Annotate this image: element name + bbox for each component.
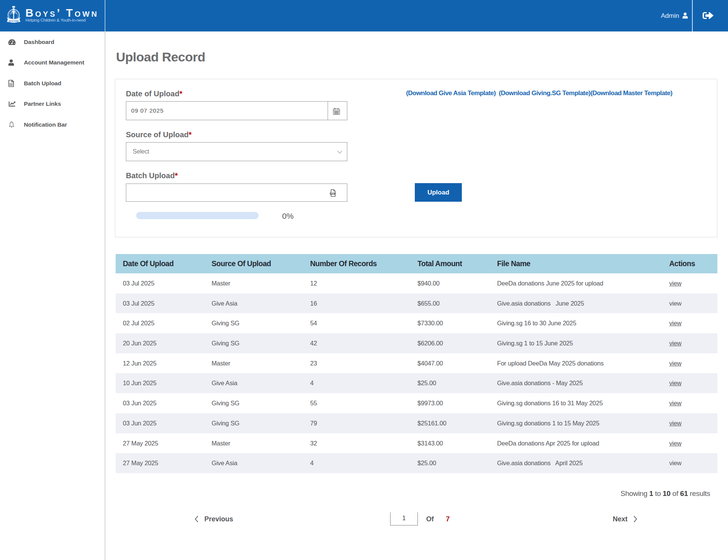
svg-text:PDF: PDF xyxy=(331,192,335,195)
svg-text:BOYS TOWN: BOYS TOWN xyxy=(9,20,19,22)
